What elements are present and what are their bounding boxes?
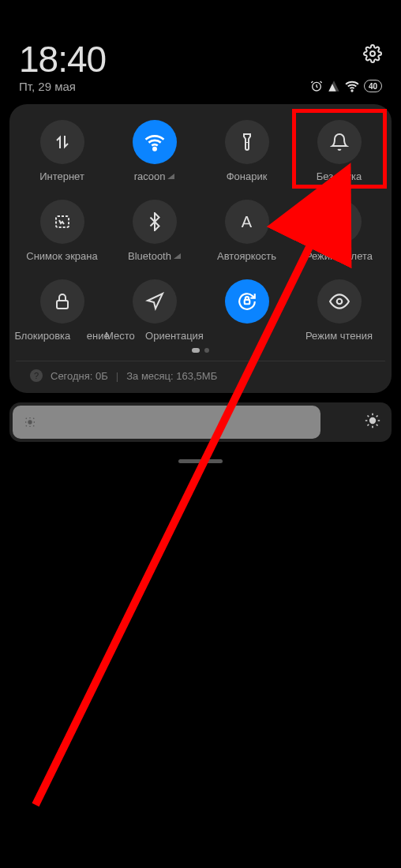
tile-label: Фонарик — [227, 170, 268, 182]
svg-point-3 — [153, 148, 156, 150]
tile-label: Режим чтения — [305, 330, 373, 342]
eye-icon — [329, 291, 350, 312]
tile-reader[interactable]: Режим чтения — [294, 279, 385, 342]
tile-label: Автояркость — [217, 250, 276, 262]
svg-point-7 — [336, 299, 342, 305]
brightness-slider[interactable] — [9, 402, 392, 442]
tile-label: Блокировка ение — [14, 330, 109, 342]
panel-handle[interactable] — [178, 459, 223, 463]
tile-orientation[interactable]: - — [201, 279, 293, 342]
quick-settings-panel: Интернет racoon Фонарик Без звука — [9, 104, 392, 393]
brightness-high-icon — [365, 413, 380, 428]
svg-rect-5 — [57, 301, 68, 309]
lock-icon — [53, 292, 72, 311]
page-indicator — [16, 348, 385, 353]
status-icons: 40 — [310, 79, 382, 93]
svg-point-8 — [28, 420, 32, 424]
auto-bright-icon: A — [242, 213, 252, 231]
nav-arrow-icon — [145, 292, 164, 311]
highlight-annotation — [292, 109, 387, 189]
tile-airplane[interactable]: Режим полета — [294, 200, 385, 262]
tile-label: Интернет — [39, 170, 84, 182]
date-label: Пт, 29 мая — [19, 80, 76, 93]
wifi-status-icon — [345, 79, 359, 93]
data-today: Сегодня: 0Б — [51, 370, 108, 382]
wifi-icon — [144, 132, 165, 152]
tile-internet[interactable]: Интернет — [17, 120, 108, 182]
tile-label: Место Ориентация — [105, 330, 204, 342]
info-icon: ? — [30, 369, 43, 382]
signal-icon — [328, 80, 340, 92]
airplane-icon — [330, 212, 349, 231]
tile-wifi[interactable]: racoon — [109, 120, 200, 182]
data-swap-icon — [53, 133, 72, 152]
tile-label: racoon — [134, 170, 175, 182]
bluetooth-icon — [145, 212, 164, 231]
tile-silent[interactable]: Без звука — [294, 120, 385, 182]
settings-icon[interactable] — [363, 44, 382, 66]
svg-rect-6 — [244, 300, 249, 304]
data-usage-row[interactable]: ? Сегодня: 0Б | За месяц: 163,5МБ — [16, 361, 385, 382]
tile-label: Режим полета — [305, 250, 373, 262]
tile-auto-brightness[interactable]: A Автояркость — [201, 200, 293, 262]
tile-label: Bluetooth — [128, 250, 181, 262]
svg-point-9 — [369, 417, 376, 424]
tile-lock[interactable]: Блокировка ение — [17, 279, 108, 342]
rotate-lock-icon — [237, 291, 257, 312]
alarm-icon — [310, 80, 323, 92]
svg-point-0 — [370, 51, 375, 56]
battery-indicator: 40 — [364, 80, 382, 92]
tile-screenshot[interactable]: Снимок экрана — [17, 200, 108, 262]
brightness-low-icon — [24, 416, 36, 428]
screenshot-icon — [53, 212, 72, 231]
svg-point-2 — [351, 90, 353, 92]
data-month: За месяц: 163,5МБ — [126, 370, 217, 382]
tile-label: Снимок экрана — [26, 250, 98, 262]
clock-time: 18:40 — [19, 38, 106, 80]
tile-bluetooth[interactable]: Bluetooth — [109, 200, 200, 262]
tile-flashlight[interactable]: Фонарик — [201, 120, 293, 182]
torch-icon — [238, 133, 257, 152]
tile-location[interactable]: Место Ориентация — [109, 279, 200, 342]
